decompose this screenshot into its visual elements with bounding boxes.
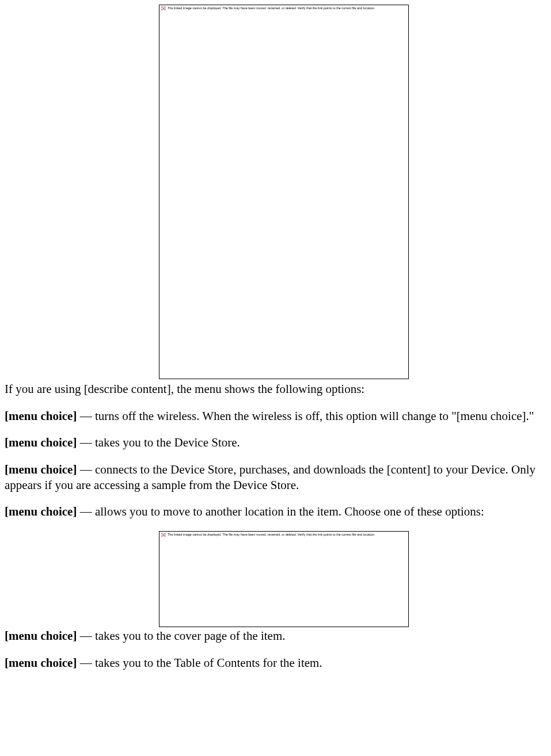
menu-item-label: [menu choice]	[5, 463, 77, 476]
broken-image-placeholder-large: The linked image cannot be displayed. Th…	[159, 5, 409, 379]
menu-item-paragraph: [menu choice] — turns off the wireless. …	[5, 408, 546, 424]
broken-image-icon	[161, 6, 166, 10]
menu-item-label: [menu choice]	[5, 656, 77, 670]
menu-item-paragraph: [menu choice] — takes you to the Device …	[5, 435, 546, 450]
menu-item-paragraph: [menu choice] — takes you to the cover p…	[5, 628, 546, 644]
broken-image-text: The linked image cannot be displayed. Th…	[168, 533, 375, 536]
menu-item-desc: — takes you to the cover page of the ite…	[77, 629, 285, 643]
menu-item-desc: — takes you to the Table of Contents for…	[77, 656, 322, 670]
broken-image-placeholder-small: The linked image cannot be displayed. Th…	[159, 531, 409, 627]
broken-image-caption: The linked image cannot be displayed. Th…	[159, 5, 408, 12]
broken-image-icon	[161, 533, 166, 537]
broken-image-text: The linked image cannot be displayed. Th…	[168, 6, 375, 10]
menu-item-desc: — allows you to move to another location…	[77, 505, 484, 518]
menu-item-paragraph: [menu choice] — connects to the Device S…	[5, 462, 546, 492]
menu-item-desc: — connects to the Device Store, purchase…	[5, 463, 535, 492]
broken-image-caption: The linked image cannot be displayed. Th…	[159, 532, 408, 538]
menu-item-label: [menu choice]	[5, 409, 77, 423]
menu-item-desc: — takes you to the Device Store.	[77, 436, 240, 449]
menu-item-desc: — turns off the wireless. When the wirel…	[77, 409, 534, 423]
menu-item-label: [menu choice]	[5, 436, 77, 449]
intro-paragraph: If you are using [describe content], the…	[5, 381, 546, 397]
menu-item-label: [menu choice]	[5, 629, 77, 643]
menu-item-paragraph: [menu choice] — takes you to the Table o…	[5, 655, 546, 671]
menu-item-paragraph: [menu choice] — allows you to move to an…	[5, 504, 546, 520]
menu-item-label: [menu choice]	[5, 505, 77, 518]
